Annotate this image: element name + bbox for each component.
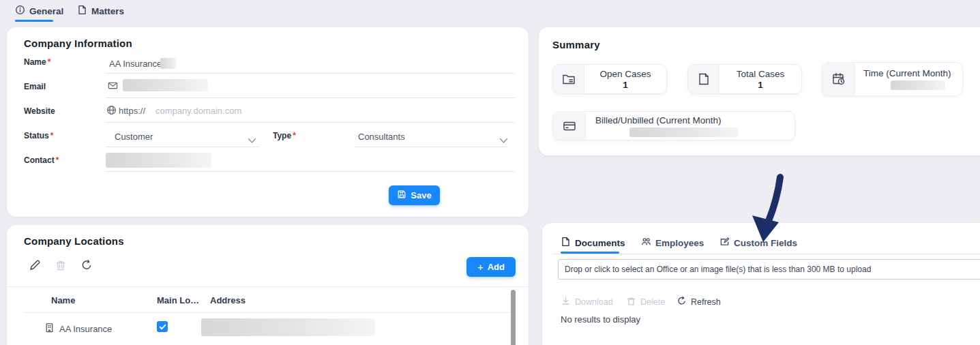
tab-matters-label: Matters: [91, 6, 124, 16]
company-locations-title: Company Locations: [24, 235, 124, 247]
billed-unbilled-label: Billed/Unbilled (Current Month): [595, 115, 722, 125]
chevron-down-icon[interactable]: [248, 134, 256, 140]
required-asterisk: *: [48, 57, 51, 67]
tab-general-label: General: [29, 6, 63, 16]
website-label: Website: [24, 106, 55, 116]
tab-matters[interactable]: Matters: [77, 5, 124, 17]
contact-label: Contact*: [24, 155, 59, 165]
open-cases-value: 1: [623, 80, 628, 90]
people-icon: [641, 237, 651, 249]
refresh-label: Refresh: [691, 297, 721, 307]
open-cases-card[interactable]: Open Cases 1: [552, 64, 667, 94]
detail-panel: Documents Employees Custom Fields Drop o…: [542, 223, 980, 345]
globe-icon: [106, 105, 117, 115]
document-icon: [688, 65, 719, 93]
header-divider: [24, 312, 515, 313]
time-current-month-card[interactable]: Time (Current Month): [822, 62, 963, 96]
type-select[interactable]: Consultants: [358, 132, 405, 142]
redacted-value: [629, 127, 739, 137]
info-icon: [15, 5, 25, 17]
column-header-name[interactable]: Name: [51, 295, 75, 305]
refresh-icon[interactable]: [80, 259, 93, 271]
file-icon: [77, 5, 87, 17]
required-asterisk: *: [56, 155, 59, 165]
table-scrollbar[interactable]: [511, 290, 516, 345]
redacted-value: [891, 80, 945, 90]
website-prefix: https://: [119, 106, 145, 116]
plus-icon: +: [477, 261, 484, 273]
type-label: Type*: [273, 131, 296, 140]
save-icon: [397, 190, 406, 201]
add-button[interactable]: + Add: [466, 257, 516, 277]
total-cases-label: Total Cases: [737, 69, 785, 79]
app-window: General Matters Company Information Name…: [0, 0, 980, 345]
field-underline: [106, 171, 515, 172]
envelope-icon: [108, 80, 118, 91]
column-header-main-location[interactable]: Main Lo…: [157, 295, 199, 305]
status-select[interactable]: Customer: [115, 132, 153, 142]
delete-button[interactable]: Delete: [626, 296, 665, 308]
file-dropzone[interactable]: Drop or click to select an Office or an …: [558, 259, 980, 280]
trash-icon: [626, 296, 636, 308]
delete-label: Delete: [640, 297, 665, 307]
required-asterisk: *: [50, 131, 54, 140]
building-icon: [44, 322, 55, 335]
save-button-label: Save: [411, 190, 431, 200]
tab-custom-fields-label: Custom Fields: [734, 238, 797, 248]
tab-employees-label: Employees: [655, 238, 704, 248]
main-location-checkbox[interactable]: [157, 321, 168, 332]
email-input[interactable]: [123, 79, 208, 91]
tabs-divider: [552, 254, 980, 254]
location-name: AA Insurance: [59, 324, 112, 334]
open-cases-label: Open Cases: [599, 69, 651, 79]
total-cases-value: 1: [758, 80, 763, 90]
save-button[interactable]: Save: [389, 185, 440, 205]
redacted-value: [160, 58, 177, 69]
active-tab-underline: [15, 20, 53, 22]
toolbar-divider: [7, 286, 529, 287]
company-information-panel: Company Information Name* AA Insurance E…: [7, 27, 529, 217]
field-underline: [106, 97, 515, 98]
table-row-name[interactable]: AA Insurance: [44, 322, 112, 335]
redacted-address: [201, 318, 375, 336]
delete-icon[interactable]: [55, 259, 67, 271]
company-locations-panel: Company Locations + Add Name Main Lo… Ad…: [7, 225, 529, 345]
email-label: Email: [24, 82, 46, 91]
dropzone-text: Drop or click to select an Office or an …: [565, 265, 871, 274]
company-information-title: Company Information: [24, 38, 132, 49]
refresh-button[interactable]: Refresh: [677, 296, 721, 308]
required-asterisk: *: [293, 131, 296, 140]
empty-results-text: No results to display: [561, 314, 640, 325]
total-cases-card[interactable]: Total Cases 1: [687, 64, 802, 94]
field-underline: [106, 122, 515, 123]
calendar-clock-icon: [822, 63, 855, 95]
column-header-address[interactable]: Address: [210, 295, 246, 305]
download-button[interactable]: Download: [561, 296, 613, 308]
name-label: Name*: [24, 57, 50, 67]
field-underline: [106, 73, 515, 74]
add-button-label: Add: [488, 262, 505, 272]
field-underline: [355, 147, 508, 147]
tab-documents[interactable]: Documents: [561, 237, 625, 249]
tab-general[interactable]: General: [15, 5, 63, 17]
tab-custom-fields[interactable]: Custom Fields: [719, 237, 797, 249]
edit-icon[interactable]: [29, 259, 41, 271]
chevron-down-icon[interactable]: [499, 134, 508, 140]
status-label: Status*: [24, 131, 53, 140]
custom-fields-icon: [719, 237, 730, 249]
field-underline: [106, 147, 259, 147]
website-input[interactable]: company.domain.com: [155, 106, 241, 116]
summary-panel: Summary Open Cases 1 Total Cases 1: [539, 27, 980, 155]
download-label: Download: [575, 297, 613, 307]
summary-title: Summary: [552, 39, 600, 50]
credit-card-icon: [553, 112, 586, 140]
tab-employees[interactable]: Employees: [641, 237, 704, 249]
folder-cases-icon: [553, 65, 584, 93]
download-icon: [561, 296, 571, 308]
refresh-icon: [677, 296, 687, 308]
contact-input[interactable]: [106, 153, 211, 168]
tab-documents-label: Documents: [575, 238, 625, 248]
document-icon: [561, 237, 571, 249]
billed-unbilled-card[interactable]: Billed/Unbilled (Current Month): [552, 111, 795, 140]
name-input[interactable]: AA Insurance: [109, 59, 162, 69]
